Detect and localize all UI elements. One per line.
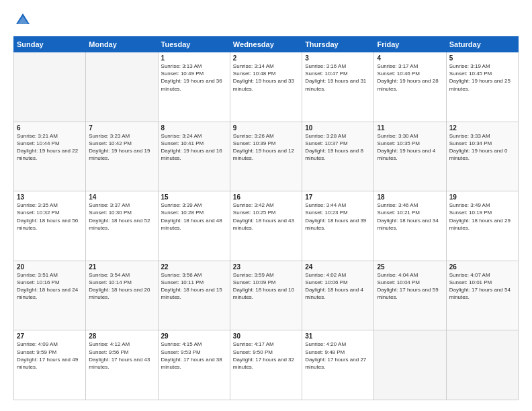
calendar-day-cell: 27Sunrise: 4:09 AMSunset: 9:59 PMDayligh… — [14, 330, 86, 400]
calendar-day-cell: 8Sunrise: 3:24 AMSunset: 10:41 PMDayligh… — [158, 122, 230, 191]
weekday-cell: Tuesday — [158, 37, 230, 52]
day-info: Sunrise: 3:30 AMSunset: 10:35 PMDaylight… — [377, 132, 443, 163]
weekday-cell: Friday — [374, 37, 446, 52]
calendar-day-cell: 22Sunrise: 3:56 AMSunset: 10:11 PMDaylig… — [158, 261, 230, 330]
day-info: Sunrise: 3:59 AMSunset: 10:09 PMDaylight… — [233, 271, 299, 302]
day-info: Sunrise: 3:54 AMSunset: 10:14 PMDaylight… — [89, 271, 154, 302]
day-number: 27 — [17, 332, 83, 340]
day-info: Sunrise: 3:16 AMSunset: 10:47 PMDaylight… — [305, 62, 371, 93]
day-info: Sunrise: 3:26 AMSunset: 10:39 PMDaylight… — [233, 132, 299, 163]
calendar-week-row: 1Sunrise: 3:13 AMSunset: 10:49 PMDayligh… — [14, 52, 519, 122]
day-number: 31 — [305, 332, 371, 340]
calendar-day-cell: 6Sunrise: 3:21 AMSunset: 10:44 PMDayligh… — [14, 122, 86, 191]
day-info: Sunrise: 4:02 AMSunset: 10:06 PMDaylight… — [305, 271, 371, 302]
day-number: 9 — [233, 124, 299, 132]
weekday-cell: Sunday — [14, 37, 86, 52]
weekday-cell: Wednesday — [230, 37, 302, 52]
calendar-day-cell: 21Sunrise: 3:54 AMSunset: 10:14 PMDaylig… — [86, 261, 158, 330]
day-number: 26 — [449, 263, 515, 271]
header — [13, 11, 519, 30]
day-number: 8 — [161, 124, 227, 132]
day-number: 21 — [89, 263, 154, 271]
day-info: Sunrise: 3:35 AMSunset: 10:32 PMDaylight… — [17, 201, 83, 232]
calendar-day-cell: 26Sunrise: 4:07 AMSunset: 10:01 PMDaylig… — [446, 261, 518, 330]
day-number: 24 — [305, 263, 371, 271]
calendar-day-cell: 3Sunrise: 3:16 AMSunset: 10:47 PMDayligh… — [302, 52, 374, 122]
day-number: 23 — [233, 263, 299, 271]
calendar-week-row: 27Sunrise: 4:09 AMSunset: 9:59 PMDayligh… — [14, 330, 519, 400]
calendar-day-cell: 17Sunrise: 3:44 AMSunset: 10:23 PMDaylig… — [302, 191, 374, 261]
day-info: Sunrise: 4:09 AMSunset: 9:59 PMDaylight:… — [17, 340, 83, 371]
calendar-day-cell: 16Sunrise: 3:42 AMSunset: 10:25 PMDaylig… — [230, 191, 302, 261]
calendar-day-cell: 9Sunrise: 3:26 AMSunset: 10:39 PMDayligh… — [230, 122, 302, 191]
day-number: 29 — [161, 332, 227, 340]
calendar-day-cell: 15Sunrise: 3:39 AMSunset: 10:28 PMDaylig… — [158, 191, 230, 261]
day-info: Sunrise: 3:42 AMSunset: 10:25 PMDaylight… — [233, 201, 299, 232]
day-number: 7 — [89, 124, 154, 132]
day-number: 15 — [161, 193, 227, 201]
day-info: Sunrise: 3:33 AMSunset: 10:34 PMDaylight… — [449, 132, 515, 163]
day-number: 12 — [449, 124, 515, 132]
calendar-day-cell: 18Sunrise: 3:46 AMSunset: 10:21 PMDaylig… — [374, 191, 446, 261]
day-number: 28 — [89, 332, 154, 340]
calendar-day-cell — [446, 330, 518, 400]
day-number: 20 — [17, 263, 83, 271]
calendar-day-cell: 7Sunrise: 3:23 AMSunset: 10:42 PMDayligh… — [86, 122, 158, 191]
day-info: Sunrise: 3:37 AMSunset: 10:30 PMDaylight… — [89, 201, 154, 232]
calendar-day-cell — [14, 52, 86, 122]
day-info: Sunrise: 4:15 AMSunset: 9:53 PMDaylight:… — [161, 340, 227, 371]
day-number: 11 — [377, 124, 443, 132]
day-info: Sunrise: 4:12 AMSunset: 9:56 PMDaylight:… — [89, 340, 154, 371]
calendar-day-cell: 13Sunrise: 3:35 AMSunset: 10:32 PMDaylig… — [14, 191, 86, 261]
day-info: Sunrise: 4:20 AMSunset: 9:48 PMDaylight:… — [305, 340, 371, 371]
day-info: Sunrise: 3:49 AMSunset: 10:19 PMDaylight… — [449, 201, 515, 232]
day-number: 13 — [17, 193, 83, 201]
day-info: Sunrise: 4:07 AMSunset: 10:01 PMDaylight… — [449, 271, 515, 302]
logo-icon — [13, 11, 32, 30]
day-number: 1 — [161, 54, 227, 62]
day-number: 22 — [161, 263, 227, 271]
day-info: Sunrise: 3:56 AMSunset: 10:11 PMDaylight… — [161, 271, 227, 302]
day-number: 6 — [17, 124, 83, 132]
weekday-cell: Thursday — [302, 37, 374, 52]
calendar-day-cell — [86, 52, 158, 122]
day-info: Sunrise: 3:14 AMSunset: 10:48 PMDaylight… — [233, 62, 299, 93]
calendar-body: 1Sunrise: 3:13 AMSunset: 10:49 PMDayligh… — [14, 52, 519, 400]
logo — [13, 11, 35, 30]
calendar-week-row: 13Sunrise: 3:35 AMSunset: 10:32 PMDaylig… — [14, 191, 519, 261]
calendar-day-cell: 5Sunrise: 3:19 AMSunset: 10:45 PMDayligh… — [446, 52, 518, 122]
day-info: Sunrise: 3:28 AMSunset: 10:37 PMDaylight… — [305, 132, 371, 163]
calendar-day-cell: 23Sunrise: 3:59 AMSunset: 10:09 PMDaylig… — [230, 261, 302, 330]
day-number: 5 — [449, 54, 515, 62]
calendar-day-cell: 10Sunrise: 3:28 AMSunset: 10:37 PMDaylig… — [302, 122, 374, 191]
calendar-day-cell: 11Sunrise: 3:30 AMSunset: 10:35 PMDaylig… — [374, 122, 446, 191]
day-number: 4 — [377, 54, 443, 62]
calendar-day-cell: 14Sunrise: 3:37 AMSunset: 10:30 PMDaylig… — [86, 191, 158, 261]
day-number: 30 — [233, 332, 299, 340]
calendar-week-row: 6Sunrise: 3:21 AMSunset: 10:44 PMDayligh… — [14, 122, 519, 191]
day-number: 16 — [233, 193, 299, 201]
calendar-day-cell — [374, 330, 446, 400]
calendar-day-cell: 12Sunrise: 3:33 AMSunset: 10:34 PMDaylig… — [446, 122, 518, 191]
calendar-day-cell: 2Sunrise: 3:14 AMSunset: 10:48 PMDayligh… — [230, 52, 302, 122]
calendar-day-cell: 28Sunrise: 4:12 AMSunset: 9:56 PMDayligh… — [86, 330, 158, 400]
page: SundayMondayTuesdayWednesdayThursdayFrid… — [0, 0, 532, 411]
calendar-day-cell: 4Sunrise: 3:17 AMSunset: 10:46 PMDayligh… — [374, 52, 446, 122]
calendar-day-cell: 20Sunrise: 3:51 AMSunset: 10:16 PMDaylig… — [14, 261, 86, 330]
day-info: Sunrise: 3:46 AMSunset: 10:21 PMDaylight… — [377, 201, 443, 232]
day-number: 18 — [377, 193, 443, 201]
calendar-day-cell: 1Sunrise: 3:13 AMSunset: 10:49 PMDayligh… — [158, 52, 230, 122]
day-info: Sunrise: 3:51 AMSunset: 10:16 PMDaylight… — [17, 271, 83, 302]
calendar-week-row: 20Sunrise: 3:51 AMSunset: 10:16 PMDaylig… — [14, 261, 519, 330]
calendar: SundayMondayTuesdayWednesdayThursdayFrid… — [13, 36, 519, 400]
day-info: Sunrise: 3:24 AMSunset: 10:41 PMDaylight… — [161, 132, 227, 163]
day-number: 17 — [305, 193, 371, 201]
calendar-day-cell: 19Sunrise: 3:49 AMSunset: 10:19 PMDaylig… — [446, 191, 518, 261]
calendar-day-cell: 31Sunrise: 4:20 AMSunset: 9:48 PMDayligh… — [302, 330, 374, 400]
day-info: Sunrise: 4:17 AMSunset: 9:50 PMDaylight:… — [233, 340, 299, 371]
day-info: Sunrise: 3:21 AMSunset: 10:44 PMDaylight… — [17, 132, 83, 163]
day-number: 25 — [377, 263, 443, 271]
day-number: 3 — [305, 54, 371, 62]
day-number: 10 — [305, 124, 371, 132]
day-info: Sunrise: 3:17 AMSunset: 10:46 PMDaylight… — [377, 62, 443, 93]
